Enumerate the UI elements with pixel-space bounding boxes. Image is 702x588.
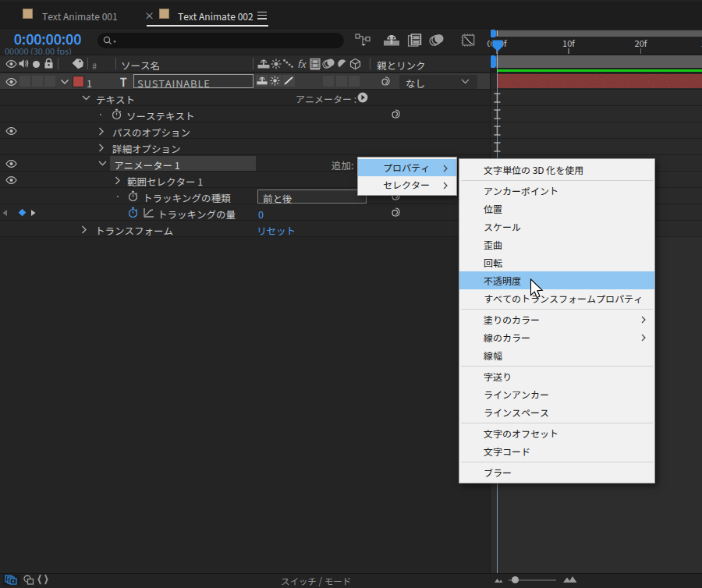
menu-item[interactable]: ブラー [459, 463, 654, 481]
eye-icon[interactable] [5, 158, 17, 169]
twirl-down-icon[interactable] [98, 161, 107, 167]
adjustment-layer-column-icon[interactable] [337, 58, 348, 69]
zoom-in-icon[interactable] [562, 576, 578, 583]
layer-name-field[interactable]: SUSTAINABLE [133, 74, 254, 88]
tracking-type-dropdown[interactable]: 前と後 [257, 190, 367, 204]
menu-item[interactable]: スケール [459, 218, 654, 236]
twirl-down-icon[interactable] [82, 95, 90, 101]
path-options-row[interactable]: パスのオプション [0, 122, 491, 139]
in-out-duration-pane-icon[interactable] [37, 574, 49, 585]
shy-switch[interactable] [256, 75, 268, 87]
menu-item[interactable]: セレクター [358, 176, 456, 193]
group-label[interactable]: テキスト [96, 92, 135, 107]
lock-switch-cell[interactable] [44, 76, 55, 87]
next-keyframe-icon[interactable] [30, 209, 37, 217]
expand-layer-switches-icon[interactable] [5, 575, 18, 585]
motion-blur-switch-cell[interactable] [323, 76, 334, 87]
property-label[interactable]: トラッキングの量 [158, 207, 236, 221]
property-label[interactable]: ソーステキスト [126, 108, 195, 123]
menu-item[interactable]: 位置 [459, 200, 654, 218]
animator-add-button[interactable] [357, 92, 368, 103]
3d-layer-column-icon[interactable] [349, 58, 361, 70]
solo-switch-cell[interactable] [32, 76, 43, 87]
switches-modes-button[interactable]: スイッチ / モード [281, 575, 351, 587]
work-area-bar[interactable] [496, 55, 702, 68]
graph-editor-icon[interactable] [459, 34, 477, 47]
collapse-switch[interactable] [269, 75, 282, 87]
menu-item[interactable]: すべてのトランスフォームプロパティ [459, 289, 654, 307]
property-label[interactable]: トラッキングの種類 [143, 190, 231, 205]
collapse-transformations-icon[interactable] [271, 58, 282, 69]
lock-icon[interactable] [44, 58, 54, 69]
add-label[interactable]: 追加: [332, 158, 353, 172]
group-label[interactable]: トランスフォーム [95, 223, 173, 238]
zoom-slider-knob[interactable] [512, 576, 519, 583]
audio-switch-cell[interactable] [20, 76, 30, 87]
quality-column-icon[interactable] [282, 58, 294, 69]
menu-item[interactable]: ラインスペース [459, 403, 654, 421]
audio-speaker-icon[interactable] [18, 58, 30, 69]
previous-keyframe-icon[interactable] [2, 209, 8, 217]
twirl-right-icon[interactable] [81, 225, 87, 234]
zoom-out-icon[interactable] [494, 577, 504, 583]
property-group-text-row[interactable]: テキスト アニメーター : [0, 90, 491, 106]
current-time-indicator[interactable] [492, 40, 503, 52]
twirl-down-icon[interactable] [60, 79, 69, 85]
menu-item[interactable]: ラインアンカー [459, 385, 654, 403]
property-source-text-row[interactable]: ソーステキスト [0, 106, 491, 122]
3d-switch-cell[interactable] [349, 76, 360, 87]
menu-item[interactable]: 字送り [459, 367, 654, 385]
pick-whip-icon[interactable] [390, 207, 401, 218]
stopwatch-icon[interactable] [111, 108, 122, 120]
video-eye-icon[interactable] [5, 58, 17, 69]
transfer-controls-pane-icon[interactable] [23, 575, 35, 585]
group-label[interactable]: パスのオプション [112, 125, 190, 140]
menu-item[interactable]: 線のカラー [459, 328, 654, 346]
group-label[interactable]: 詳細オプション [112, 141, 181, 156]
parent-dropdown[interactable]: なし [399, 75, 477, 89]
effects-column-icon[interactable]: fx [297, 56, 306, 71]
work-area-start-handle[interactable] [490, 55, 496, 68]
menu-item[interactable]: アンカーポイント [459, 182, 654, 200]
twirl-right-icon[interactable] [115, 176, 121, 185]
column-source-name[interactable]: ソース名 [121, 58, 160, 73]
menu-item[interactable]: 回転 [459, 253, 654, 271]
quality-switch[interactable] [282, 75, 295, 87]
shy-column-icon[interactable] [257, 58, 270, 69]
search-input[interactable] [98, 33, 344, 48]
menu-item[interactable]: 線幅 [459, 346, 654, 364]
close-tab-icon[interactable]: × [144, 10, 154, 20]
composition-mini-flowchart-icon[interactable] [355, 34, 373, 47]
animator-name[interactable]: アニメーター 1 [114, 158, 180, 172]
stopwatch-icon[interactable] [127, 190, 139, 202]
transform-reset-button[interactable]: リセット [257, 223, 296, 238]
menu-item[interactable]: 歪曲 [459, 236, 654, 253]
eye-icon[interactable] [5, 126, 17, 136]
column-parent-link[interactable]: 親とリンク [377, 58, 426, 73]
tracking-amount-row[interactable]: トラッキングの量 0 [0, 204, 491, 221]
tracking-amount-value[interactable]: 0 [258, 207, 264, 221]
graph-toggle-icon[interactable] [144, 207, 154, 218]
label-color-icon[interactable] [71, 58, 84, 70]
motion-blur-icon[interactable] [428, 34, 446, 47]
twirl-right-icon[interactable] [98, 127, 105, 136]
tab-text-animate-001[interactable]: Text Animate 001 [42, 9, 118, 23]
time-ruler[interactable]: 0:00f10f20f1:00f [491, 37, 702, 55]
menu-item[interactable]: 不透明度 [459, 271, 654, 289]
panel-menu-icon[interactable] [257, 12, 267, 19]
layer-label-color-swatch[interactable] [73, 76, 84, 87]
menu-item[interactable]: プロパティ [358, 159, 456, 176]
shy-layers-icon[interactable] [383, 34, 401, 47]
layer-eye-icon[interactable] [5, 76, 17, 87]
column-number[interactable]: # [92, 59, 97, 72]
tab-text-animate-002[interactable]: Text Animate 002 [178, 9, 254, 23]
motion-blur-column-icon[interactable] [322, 58, 335, 69]
adjustment-switch-cell[interactable] [336, 76, 347, 87]
eye-icon[interactable] [5, 175, 17, 186]
pick-whip-icon[interactable] [390, 108, 401, 119]
parent-pick-whip-icon[interactable] [380, 76, 391, 87]
twirl-right-icon[interactable] [98, 143, 105, 152]
layer-duration-bar[interactable] [497, 74, 702, 88]
menu-item[interactable]: 塗りのカラー [459, 310, 654, 328]
stopwatch-active-icon[interactable] [127, 207, 139, 218]
